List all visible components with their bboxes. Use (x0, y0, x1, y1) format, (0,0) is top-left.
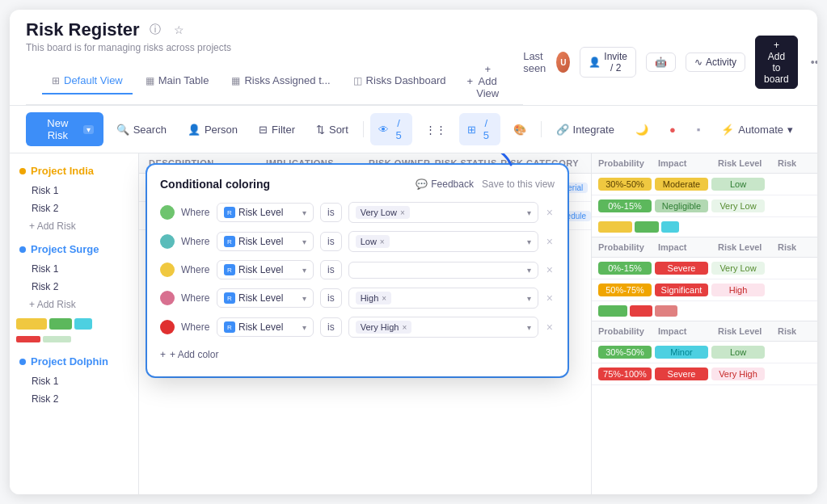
add-to-board-button[interactable]: + Add to board (755, 36, 798, 89)
columns-badge-button[interactable]: ⊞ / 5 (459, 113, 500, 145)
dolphin-risk-2[interactable]: Risk 2 (10, 390, 138, 408)
avatar: U (556, 52, 570, 73)
val-x-5[interactable]: × (402, 323, 407, 332)
surge-risk-1[interactable]: Risk 1 (10, 260, 138, 278)
cond-value-box-2[interactable]: Low × ▾ (348, 231, 538, 252)
cond-op-1[interactable]: is (320, 203, 342, 222)
project-group-dolphin: Project Dolphin Risk 1 Risk 2 (10, 351, 138, 408)
cond-field-select-3[interactable]: R Risk Level ▾ (217, 260, 314, 279)
info-icon-btn[interactable]: ⓘ (146, 21, 164, 39)
separator-2 (541, 121, 542, 137)
chart-icon: ◫ (353, 75, 362, 86)
val-x-4[interactable]: × (382, 294, 386, 303)
tab-risks-assigned[interactable]: ▦ Risks Assigned t... (222, 68, 340, 94)
activity-button[interactable]: ∿ Activity (686, 52, 745, 72)
cond-dropdown-arrow-1: ▾ (302, 208, 306, 217)
theme-btn-3[interactable]: ▪ (689, 120, 709, 140)
cond-op-4[interactable]: is (320, 288, 342, 308)
add-color-button[interactable]: + + Add color (160, 346, 218, 363)
theme-btn-1[interactable]: 🌙 (627, 120, 656, 140)
cond-where-1: Where (181, 207, 210, 218)
cond-field-select-2[interactable]: R Risk Level ▾ (217, 232, 314, 251)
project-surge-label: Project Surge (31, 243, 99, 255)
remove-row-btn-2[interactable]: × (545, 233, 555, 250)
right-header-2: Probability Impact Risk Level Risk (592, 237, 817, 258)
cond-op-2[interactable]: is (320, 232, 342, 251)
surge-add-risk[interactable]: + Add Risk (10, 296, 138, 313)
theme-btn-2[interactable]: ● (661, 120, 684, 140)
add-view-button[interactable]: + + Add View (459, 58, 508, 104)
eye-badge-button[interactable]: 👁 / 5 (370, 113, 412, 145)
cond-color-dot-4[interactable] (160, 291, 175, 305)
filter-button[interactable]: ⊟ Filter (251, 120, 303, 140)
field-icon-5: R (224, 321, 235, 333)
project-surge-header[interactable]: Project Surge (10, 238, 138, 260)
cond-color-dot-5[interactable] (160, 320, 175, 334)
project-dolphin-header[interactable]: Project Dolphin (10, 351, 138, 372)
cond-op-5[interactable]: is (320, 317, 342, 337)
invite-button[interactable]: 👤 Invite / 2 (580, 47, 636, 78)
cond-value-box-1[interactable]: Very Low × ▾ (348, 202, 538, 223)
project-india-header[interactable]: Project India (10, 160, 138, 182)
val-x-2[interactable]: × (380, 237, 385, 246)
columns-icon: ⋮⋮ (425, 124, 446, 136)
columns-button[interactable]: ⋮⋮ (417, 120, 454, 140)
remove-row-btn-5[interactable]: × (545, 319, 555, 335)
sort-button[interactable]: ⇅ Sort (308, 120, 357, 140)
cond-value-box-4[interactable]: High × ▾ (348, 288, 538, 309)
cond-field-select-1[interactable]: R Risk Level ▾ (217, 203, 314, 222)
integrate-button[interactable]: 🔗 Integrate (548, 120, 622, 140)
automations-icon-btn[interactable]: 🤖 (646, 52, 676, 72)
project-dolphin-label: Project Dolphin (31, 355, 108, 368)
filter-icon: ⊟ (259, 124, 268, 136)
right-row-4: 50%-75% Significant High (592, 279, 817, 301)
project-group-india: Project India Risk 1 Risk 2 + Add Risk (10, 160, 138, 235)
cond-value-box-3[interactable]: ▾ (348, 262, 538, 279)
new-risk-button[interactable]: New Risk ▾ (26, 112, 103, 146)
val-x-1[interactable]: × (400, 208, 405, 217)
india-risk-2[interactable]: Risk 2 (10, 200, 138, 217)
star-icon-btn[interactable]: ☆ (171, 22, 188, 38)
tab-risks-dashboard[interactable]: ◫ Risks Dashboard (344, 68, 456, 94)
color-picker-button[interactable]: 🎨 (505, 120, 534, 140)
project-india-label: Project India (31, 165, 94, 177)
dolphin-risk-1[interactable]: Risk 1 (10, 372, 138, 390)
cond-value-box-5[interactable]: Very High × ▾ (348, 317, 538, 338)
right-table-row-1: 30%-50% Minor Low (592, 342, 817, 363)
india-risk-1[interactable]: Risk 1 (10, 182, 138, 200)
remove-row-btn-3[interactable]: × (545, 262, 555, 278)
last-seen-group: Last seen U (523, 50, 570, 74)
board-title-row: Risk Register ⓘ ☆ (26, 19, 523, 40)
cond-field-select-5[interactable]: R Risk Level ▾ (217, 317, 314, 337)
remove-row-btn-1[interactable]: × (545, 204, 555, 220)
cond-color-dot-2[interactable] (160, 234, 175, 249)
right-header-3: Probability Impact Risk Level Risk (592, 321, 817, 342)
tab-default-view[interactable]: ⊞ Default View (42, 68, 133, 94)
feedback-link[interactable]: 💬 Feedback (416, 178, 474, 190)
search-icon: 🔍 (116, 124, 129, 136)
search-button[interactable]: 🔍 Search (108, 120, 175, 140)
color-blocks-row-2 (592, 301, 817, 321)
cond-row-1: Where R Risk Level ▾ is Very Low × ▾ × (160, 202, 555, 223)
cond-value-arrow-5: ▾ (527, 323, 531, 332)
cond-op-3[interactable]: is (320, 260, 342, 279)
cond-color-dot-1[interactable] (160, 205, 175, 220)
conditional-coloring-modal: Conditional coloring 💬 Feedback Save to … (147, 165, 568, 376)
cond-field-select-4[interactable]: R Risk Level ▾ (217, 288, 314, 308)
remove-row-btn-4[interactable]: × (545, 290, 555, 306)
surge-risk-2[interactable]: Risk 2 (10, 278, 138, 296)
automate-button[interactable]: ⚡ Automate ▾ (713, 120, 801, 140)
save-to-view-button[interactable]: Save to this view (482, 178, 555, 190)
right-row-1: 30%-50% Moderate Low (592, 174, 817, 195)
tab-main-table[interactable]: ▦ Main Table (136, 68, 219, 94)
india-add-risk[interactable]: + Add Risk (10, 217, 138, 235)
project-india-dot (19, 168, 26, 174)
color-block-lightgreen (43, 336, 71, 342)
cond-dropdown-arrow-2: ▾ (302, 237, 306, 246)
more-options-btn[interactable]: ••• (808, 54, 817, 70)
plus-icon: + (467, 75, 474, 87)
person-filter-button[interactable]: 👤 Person (179, 120, 246, 140)
cond-value-arrow-4: ▾ (527, 294, 531, 303)
cond-color-dot-3[interactable] (160, 262, 175, 277)
field-icon-4: R (224, 292, 235, 304)
